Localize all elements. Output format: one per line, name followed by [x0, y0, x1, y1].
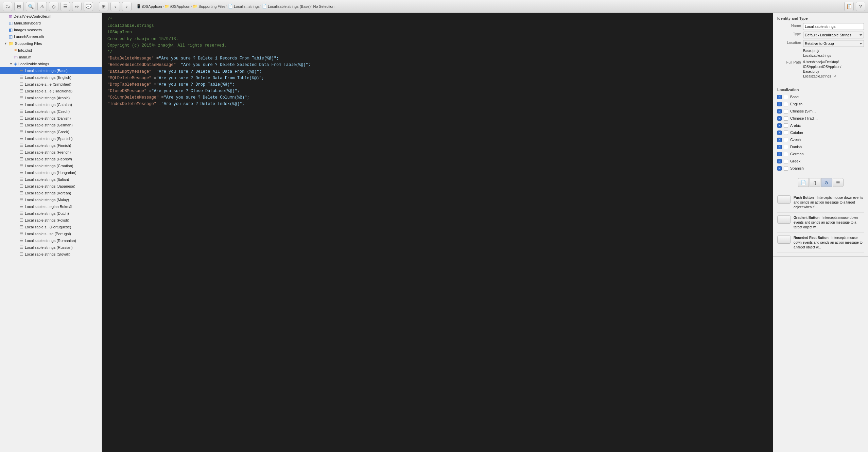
breadcrumb-item-6[interactable]: No Selection — [313, 4, 334, 8]
checkbox-empty[interactable] — [784, 131, 788, 135]
checkbox-blue[interactable] — [777, 123, 782, 128]
sidebar-item[interactable]: ▼◈Localizable.strings — [0, 60, 102, 67]
object-item[interactable]: Push Button - Intercepts mouse-down even… — [777, 193, 864, 213]
sidebar-item[interactable]: ☰Localizable.s...e (Simplified) — [0, 81, 102, 88]
checkbox-empty[interactable] — [784, 123, 788, 128]
checkbox-blue[interactable] — [777, 166, 782, 171]
checkbox-blue[interactable] — [777, 109, 782, 114]
sidebar-item[interactable]: ☰Localizable.s...egian Bokmål — [0, 203, 102, 210]
checkbox-blue[interactable] — [777, 152, 782, 156]
checkbox-blue[interactable] — [777, 95, 782, 99]
sidebar-item[interactable]: ☰Localizable.strings (Danish) — [0, 115, 102, 122]
checkbox-empty[interactable] — [784, 152, 788, 156]
checkbox-empty[interactable] — [784, 166, 788, 171]
localization-item[interactable]: Danish — [777, 144, 864, 150]
sidebar-item[interactable]: ☰Localizable.strings (Spanish) — [0, 135, 102, 142]
sidebar-item[interactable]: ☰Localizable.strings (German) — [0, 122, 102, 128]
link-icon[interactable]: ⇔ — [72, 2, 82, 11]
checkbox-empty[interactable] — [784, 138, 788, 142]
sidebar-item[interactable]: mDetailViewController.m — [0, 13, 102, 20]
checkbox-blue[interactable] — [777, 131, 782, 135]
folder-icon[interactable]: 🗂 — [3, 2, 12, 11]
sidebar-item[interactable]: ☰Localizable.strings (Greek) — [0, 128, 102, 135]
sidebar-item[interactable]: ☰Localizable.strings (Finnish) — [0, 142, 102, 149]
checkbox-blue[interactable] — [777, 116, 782, 121]
sidebar-item[interactable]: ☰Localizable.strings (Slovak) — [0, 251, 102, 258]
localization-item[interactable]: Catalan — [777, 129, 864, 136]
localization-item[interactable]: Chinese (Sim... — [777, 108, 864, 114]
sidebar-item[interactable]: ☰Localizable.s...se (Portugal) — [0, 230, 102, 237]
sidebar-item[interactable]: ☰Localizable.strings (Dutch) — [0, 210, 102, 217]
back-btn[interactable]: ‹ — [110, 2, 120, 11]
checkbox-empty[interactable] — [784, 145, 788, 149]
checkbox-empty[interactable] — [784, 116, 788, 121]
checkbox-blue[interactable] — [777, 102, 782, 106]
comment-icon[interactable]: 💬 — [84, 2, 93, 11]
location-select[interactable]: Relative to Group — [803, 40, 864, 47]
checkbox-empty[interactable] — [784, 109, 788, 114]
sidebar-item[interactable]: ☰Localizable.strings (Romanian) — [0, 237, 102, 244]
breadcrumb-item-5[interactable]: 📄 Localizable.strings (Base) — [262, 4, 311, 8]
sidebar-item[interactable]: ◫LaunchScreen.xib — [0, 33, 102, 40]
tab-layout[interactable]: ☰ — [833, 178, 844, 187]
localization-item[interactable]: Base — [777, 94, 864, 100]
sidebar-item[interactable]: ☰Localizable.strings (Italian) — [0, 176, 102, 183]
sidebar-item[interactable]: ☰Localizable.strings (Base) — [0, 67, 102, 74]
sidebar-item[interactable]: mmain.m — [0, 54, 102, 60]
checkbox-empty[interactable] — [784, 159, 788, 163]
sidebar-item[interactable]: ◫Main.storyboard — [0, 20, 102, 27]
breadcrumb-item-3[interactable]: 📁 Supporting Files — [193, 4, 226, 8]
localization-item[interactable]: Greek — [777, 158, 864, 164]
localization-item[interactable]: Czech — [777, 137, 864, 143]
sidebar-item[interactable]: ☰Localizable.strings (Hungarian) — [0, 169, 102, 176]
warning-icon[interactable]: ⚠ — [37, 2, 47, 11]
type-select[interactable]: Default - Localizable Strings — [803, 32, 864, 38]
checkbox-blue[interactable] — [777, 138, 782, 142]
sidebar-item[interactable]: ☰Localizable.strings (Polish) — [0, 217, 102, 224]
view-toggle[interactable]: ⊞ — [99, 2, 108, 11]
new-file-icon[interactable]: 📋 — [844, 2, 854, 11]
object-item[interactable]: Rounded Rect Button - Intercepts mouse-d… — [777, 233, 864, 253]
sidebar-item[interactable]: ≡Info.plist — [0, 47, 102, 54]
object-item[interactable]: Gradient Button - Intercepts mouse-down … — [777, 213, 864, 233]
breadcrumb-item-4[interactable]: 📄 Localiz...strings — [228, 4, 260, 8]
sidebar-item[interactable]: ◧Images.xcassets — [0, 27, 102, 33]
list-icon[interactable]: ☰ — [60, 2, 70, 11]
sidebar-item[interactable]: ☰Localizable.s...e (Traditional) — [0, 88, 102, 94]
disclosure-icon[interactable]: ▼ — [4, 42, 7, 45]
search-icon[interactable]: 🔍 — [26, 2, 35, 11]
sidebar-item[interactable]: ☰Localizable.strings (Japanese) — [0, 183, 102, 190]
sidebar-item[interactable]: ☰Localizable.strings (French) — [0, 149, 102, 156]
name-input[interactable] — [803, 23, 864, 30]
breadcrumb-item-2[interactable]: 📁 iOSAppIcon — [164, 4, 190, 8]
help-icon[interactable]: ? — [856, 2, 865, 11]
sidebar-item[interactable]: ☰Localizable.strings (English) — [0, 74, 102, 81]
sidebar-item[interactable]: ☰Localizable.strings (Russian) — [0, 244, 102, 251]
sidebar-item[interactable]: ☰Localizable.s...(Portuguese) — [0, 224, 102, 230]
localization-item[interactable]: English — [777, 101, 864, 107]
localization-item[interactable]: German — [777, 151, 864, 157]
localization-item[interactable]: Chinese (Tradi... — [777, 115, 864, 121]
checkbox-blue[interactable] — [777, 145, 782, 149]
localization-item[interactable]: Arabic — [777, 122, 864, 128]
sidebar-item[interactable]: ☰Localizable.strings (Korean) — [0, 190, 102, 196]
editor[interactable]: /* Localizable.strings iOSAppIcon Create… — [102, 13, 773, 452]
tab-file[interactable]: 📄 — [798, 178, 809, 187]
tab-object[interactable]: ⊙ — [821, 178, 832, 187]
breadcrumb-item-1[interactable]: 📱 iOSAppIcon — [136, 4, 162, 8]
sidebar-item[interactable]: ☰Localizable.strings (Catalan) — [0, 101, 102, 108]
forward-btn[interactable]: › — [122, 2, 132, 11]
disclosure-icon[interactable]: ▼ — [10, 62, 13, 66]
diamond-icon[interactable]: ◇ — [49, 2, 58, 11]
arrow-icon[interactable]: ↗ — [833, 74, 836, 78]
checkbox-blue[interactable] — [777, 159, 782, 163]
sidebar-item[interactable]: ☰Localizable.strings (Arabic) — [0, 94, 102, 101]
sidebar-item[interactable]: ☰Localizable.strings (Croatian) — [0, 162, 102, 169]
localization-item[interactable]: Spanish — [777, 165, 864, 171]
sidebar-item[interactable]: ☰Localizable.strings (Malay) — [0, 196, 102, 203]
grid-icon[interactable]: ⊞ — [14, 2, 24, 11]
checkbox-empty[interactable] — [784, 95, 788, 99]
tab-code[interactable]: {} — [810, 178, 820, 187]
sidebar-item[interactable]: ▼📁Supporting Files — [0, 40, 102, 47]
sidebar-item[interactable]: ☰Localizable.strings (Hebrew) — [0, 156, 102, 162]
